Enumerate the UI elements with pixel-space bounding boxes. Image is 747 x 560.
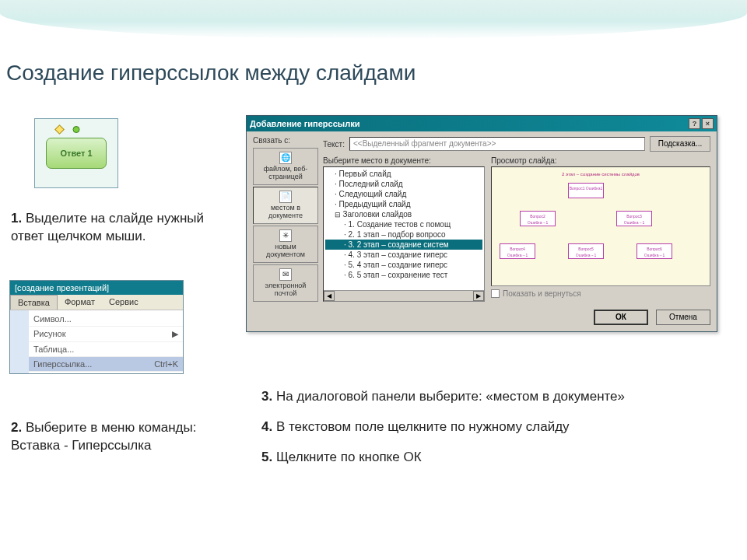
tree-slide-3[interactable]: 3. 2 этап – создание систем: [325, 240, 482, 250]
scroll-left-icon[interactable]: ◀: [324, 291, 335, 301]
link-place-in-doc-button[interactable]: 📄местом в документе: [253, 187, 318, 224]
help-icon[interactable]: ?: [689, 118, 700, 129]
tree-first-slide[interactable]: Первый слайд: [325, 169, 482, 179]
org-node: Вопрос1 Ошибка1: [568, 183, 604, 198]
link-email-button[interactable]: ✉электронной почтой: [253, 264, 318, 302]
org-node: Вопрос4 Ошибка→1: [500, 243, 535, 259]
org-node: Вопрос2 Ошибка→1: [520, 211, 556, 226]
menubar: Вставка Формат Сервис: [10, 295, 183, 310]
menu-tab-insert[interactable]: Вставка: [10, 295, 58, 310]
tree-slide-2[interactable]: 2. 1 этап – подбор вопросо: [325, 229, 482, 240]
close-icon[interactable]: ×: [702, 118, 714, 129]
step-2-num: 2.: [11, 420, 22, 435]
menu-dropdown: Символ... Рисунок▶ Таблица... Гиперссылк…: [10, 310, 183, 373]
tree-label: Выберите место в документе:: [323, 156, 485, 165]
app-titlebar: [создание презентаций]: [10, 281, 183, 295]
menu-item-picture[interactable]: Рисунок▶: [29, 327, 183, 342]
insert-menu-screenshot: [создание презентаций] Вставка Формат Се…: [9, 280, 184, 374]
step-2-text: 2. Выберите в меню команды: Вставка - Ги…: [11, 419, 205, 455]
page-title: Создание гиперссылок между слайдами: [6, 61, 416, 86]
dialog-titlebar: Добавление гиперссылки ? ×: [247, 116, 717, 131]
tree-slide-5[interactable]: 5. 4 этап – создание гиперс: [325, 260, 482, 270]
link-file-web-button[interactable]: 🌐файлом, веб-страницей: [253, 148, 318, 185]
org-node: Вопрос5 Ошибка→1: [568, 243, 604, 259]
answer-shape: Ответ 1: [46, 138, 107, 169]
hyperlink-dialog: Добавление гиперссылки ? × Связать с: 🌐ф…: [246, 115, 717, 332]
menu-item-symbol[interactable]: Символ...: [29, 312, 183, 327]
tree-prev-slide[interactable]: Предыдущий слайд: [325, 199, 482, 209]
menu-item-hyperlink[interactable]: Гиперссылка...Ctrl+K: [29, 357, 183, 372]
tree-last-slide[interactable]: Последний слайд: [325, 179, 482, 189]
menu-tab-format[interactable]: Формат: [58, 295, 102, 310]
show-return-checkbox-row[interactable]: Показать и вернуться: [491, 289, 710, 298]
preview-label: Просмотр слайда:: [491, 156, 710, 165]
mail-icon: ✉: [279, 268, 292, 281]
new-doc-icon: ✳: [279, 229, 292, 242]
step-1-text: 1. Выделите на слайде нужный ответ щелчк…: [11, 210, 205, 246]
tree-next-slide[interactable]: Следующий слайд: [325, 189, 482, 199]
menu-item-table[interactable]: Таблица...: [29, 342, 183, 357]
menu-tab-service[interactable]: Сервис: [102, 295, 146, 310]
link-new-doc-button[interactable]: ✳новым документом: [253, 226, 318, 263]
tooltip-button[interactable]: Подсказка...: [650, 136, 710, 152]
tree-headings-group[interactable]: Заголовки слайдов: [325, 209, 482, 219]
org-node: Вопрос6 Ошибка→1: [637, 243, 672, 259]
tree-hscrollbar[interactable]: ◀▶: [324, 290, 484, 301]
globe-icon: 🌐: [279, 152, 292, 164]
step-1-num: 1.: [11, 211, 22, 226]
steps-3-5-text: 3. На диалоговой панели выберите: «место…: [261, 386, 697, 478]
scroll-right-icon[interactable]: ▶: [473, 291, 484, 301]
cancel-button[interactable]: Отмена: [656, 310, 710, 325]
link-type-sidebar: Связать с: 🌐файлом, веб-страницей 📄место…: [253, 136, 318, 325]
tree-slide-6[interactable]: 6. 5 этап – сохранение тест: [325, 270, 482, 280]
slide-preview: 2 этап – создание системы слайдов Вопрос…: [491, 166, 710, 286]
checkbox-icon[interactable]: [491, 289, 500, 298]
decorative-wave: [0, 0, 747, 39]
slide-tree[interactable]: Первый слайд Последний слайд Следующий с…: [323, 166, 485, 302]
org-node: Вопрос3 Ошибка→1: [616, 211, 652, 226]
ok-button[interactable]: ОК: [594, 310, 648, 325]
tree-slide-1[interactable]: 1. Создание тестов с помощ: [325, 219, 482, 229]
text-label: Текст:: [323, 140, 345, 149]
document-icon: 📄: [279, 191, 292, 203]
tree-slide-4[interactable]: 4. 3 этап – создание гиперс: [325, 250, 482, 260]
answer-slide-thumbnail: Ответ 1: [34, 118, 118, 188]
text-field[interactable]: <<Выделенный фрагмент документа>>: [349, 137, 645, 151]
